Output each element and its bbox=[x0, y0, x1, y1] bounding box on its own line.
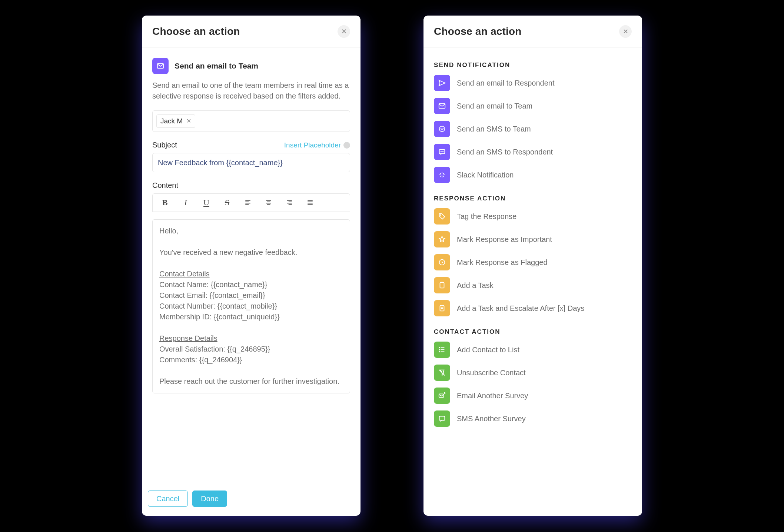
selected-action-header: Send an email to Team bbox=[152, 58, 350, 74]
action-item-label: Mark Response as Flagged bbox=[457, 258, 548, 267]
task-escalate-icon bbox=[434, 300, 450, 316]
action-item[interactable]: Tag the Response bbox=[434, 207, 632, 225]
done-button[interactable]: Done bbox=[192, 491, 227, 507]
unsubscribe-icon bbox=[434, 365, 450, 381]
recipients-input[interactable]: Jack M✕ bbox=[152, 110, 350, 132]
recipient-chip[interactable]: Jack M✕ bbox=[156, 114, 195, 128]
sms-icon bbox=[434, 121, 450, 137]
panel-title: Choose an action bbox=[434, 26, 522, 37]
action-item[interactable]: Email Another Survey bbox=[434, 387, 632, 405]
strike-button[interactable]: S bbox=[221, 196, 233, 209]
insert-placeholder-label: Insert Placeholder bbox=[284, 141, 341, 149]
panel-action-list: Choose an action ✕ SEND NOTIFICATIONSend… bbox=[423, 16, 642, 516]
action-item[interactable]: Unsubscribe Contact bbox=[434, 364, 632, 382]
panel-body: Send an email to Team Send an email to o… bbox=[142, 47, 361, 483]
editor-toolbar: B I U S bbox=[152, 193, 350, 212]
content-editor[interactable]: Hello, You've received a new negative fe… bbox=[152, 219, 350, 393]
action-item-label: Tag the Response bbox=[457, 212, 516, 221]
action-item[interactable]: Mark Response as Flagged bbox=[434, 253, 632, 271]
panel-title: Choose an action bbox=[152, 26, 240, 37]
section-title: RESPONSE ACTION bbox=[434, 195, 632, 202]
action-item-label: Add Contact to List bbox=[457, 346, 519, 354]
section-title: CONTACT ACTION bbox=[434, 328, 632, 336]
close-icon: ✕ bbox=[341, 28, 347, 35]
cancel-button[interactable]: Cancel bbox=[148, 491, 188, 507]
action-item-label: Mark Response as Important bbox=[457, 235, 552, 244]
panel-footer: Cancel Done bbox=[142, 483, 361, 516]
insert-placeholder-link[interactable]: Insert Placeholder bbox=[284, 141, 350, 149]
mail-icon bbox=[434, 98, 450, 114]
align-left-button[interactable] bbox=[242, 196, 254, 209]
action-item[interactable]: Mark Response as Important bbox=[434, 230, 632, 248]
task-icon bbox=[434, 277, 450, 293]
star-icon bbox=[434, 231, 450, 247]
mail-send-icon bbox=[434, 388, 450, 404]
recipients-field: Jack M✕ bbox=[152, 110, 350, 132]
action-item[interactable]: Add Contact to List bbox=[434, 341, 632, 359]
mail-icon bbox=[152, 58, 169, 74]
content-label: Content bbox=[152, 181, 350, 190]
list-icon bbox=[434, 342, 450, 358]
recipient-chip-label: Jack M bbox=[160, 117, 183, 125]
action-list: Tag the ResponseMark Response as Importa… bbox=[434, 207, 632, 317]
chat-icon bbox=[434, 144, 450, 160]
panel-header: Choose an action ✕ bbox=[423, 16, 642, 47]
action-list: Send an email to RespondentSend an email… bbox=[434, 74, 632, 184]
action-item[interactable]: Send an email to Respondent bbox=[434, 74, 632, 92]
action-item[interactable]: Add a Task bbox=[434, 276, 632, 294]
action-item-label: Send an email to Respondent bbox=[457, 79, 555, 87]
action-sections: SEND NOTIFICATIONSend an email to Respon… bbox=[423, 47, 642, 516]
align-center-button[interactable] bbox=[262, 196, 275, 209]
action-item-label: SMS Another Survey bbox=[457, 415, 526, 423]
remove-chip-icon[interactable]: ✕ bbox=[186, 118, 191, 124]
section-title: SEND NOTIFICATION bbox=[434, 61, 632, 69]
subject-field: Subject Insert Placeholder bbox=[152, 141, 350, 172]
subject-input[interactable] bbox=[152, 153, 350, 172]
action-item-label: Send an SMS to Team bbox=[457, 125, 531, 133]
tag-icon bbox=[434, 208, 450, 225]
close-button[interactable]: ✕ bbox=[338, 25, 350, 38]
align-right-button[interactable] bbox=[283, 196, 296, 209]
align-justify-button[interactable] bbox=[304, 196, 316, 209]
action-item-label: Add a Task and Escalate After [x] Days bbox=[457, 304, 584, 313]
action-item-label: Send an SMS to Respondent bbox=[457, 148, 553, 156]
slack-icon bbox=[434, 167, 450, 183]
underline-button[interactable]: U bbox=[200, 196, 213, 209]
panel-configure-action: Choose an action ✕ Send an email to Team… bbox=[142, 16, 361, 516]
flag-icon bbox=[434, 254, 450, 270]
italic-button[interactable]: I bbox=[179, 196, 192, 209]
action-item-label: Email Another Survey bbox=[457, 392, 528, 400]
action-item-label: Slack Notification bbox=[457, 171, 514, 179]
action-list: Add Contact to ListUnsubscribe ContactEm… bbox=[434, 341, 632, 428]
content-field: Content B I U S Hello, You've received a… bbox=[152, 181, 350, 393]
selected-action-title: Send an email to Team bbox=[175, 61, 258, 70]
action-item[interactable]: SMS Another Survey bbox=[434, 410, 632, 428]
close-icon: ✕ bbox=[623, 28, 628, 35]
panel-header: Choose an action ✕ bbox=[142, 16, 361, 47]
info-icon bbox=[343, 142, 350, 149]
action-item-label: Unsubscribe Contact bbox=[457, 369, 526, 377]
action-item[interactable]: Send an SMS to Team bbox=[434, 120, 632, 138]
action-item[interactable]: Send an email to Team bbox=[434, 97, 632, 115]
action-item[interactable]: Slack Notification bbox=[434, 166, 632, 184]
action-item-label: Send an email to Team bbox=[457, 102, 532, 110]
action-item[interactable]: Add a Task and Escalate After [x] Days bbox=[434, 299, 632, 317]
sms-send-icon bbox=[434, 410, 450, 427]
action-item-label: Add a Task bbox=[457, 281, 494, 290]
action-item[interactable]: Send an SMS to Respondent bbox=[434, 143, 632, 161]
send-icon bbox=[434, 75, 450, 91]
subject-label: Subject bbox=[152, 141, 177, 149]
bold-button[interactable]: B bbox=[159, 196, 171, 209]
selected-action-description: Send an email to one of the team members… bbox=[152, 80, 350, 102]
close-button[interactable]: ✕ bbox=[619, 25, 632, 38]
